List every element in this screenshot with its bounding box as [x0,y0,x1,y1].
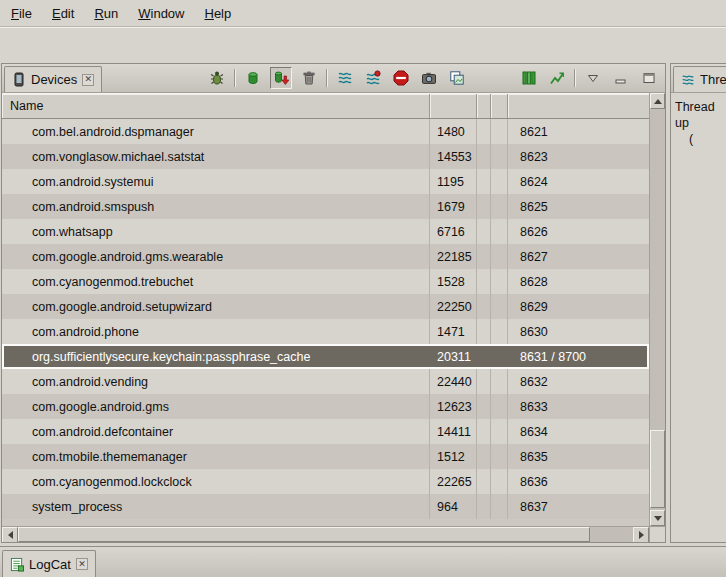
tab-devices[interactable]: Devices ✕ [4,66,102,92]
devices-panel: Devices ✕ [1,63,666,543]
toolbar-separator [234,69,236,87]
process-pid: 1512 [430,444,477,469]
table-row[interactable]: org.sufficientlysecure.keychain:passphra… [2,344,649,369]
view-menu-icon[interactable] [582,67,604,89]
column-header-port[interactable] [508,94,649,118]
minimize-icon[interactable] [610,67,632,89]
heap-indicator-cell [477,319,491,344]
column-header-threads[interactable] [491,94,508,118]
heap-indicator-cell [477,219,491,244]
table-row[interactable]: com.google.android.gms 12623 8633 [2,394,649,419]
column-header-name[interactable]: Name [2,94,430,118]
process-name: org.sufficientlysecure.keychain:passphra… [2,344,430,369]
column-header-heap[interactable] [477,94,491,118]
process-name: system_process [2,494,430,519]
table-row[interactable]: com.tmobile.thememanager 1512 8635 [2,444,649,469]
process-name: com.cyanogenmod.trebuchet [2,269,430,294]
menubar: File Edit Run Window Help [0,0,726,26]
table-row[interactable]: com.cyanogenmod.lockclock 22265 8636 [2,469,649,494]
heap-indicator-cell [477,169,491,194]
device-table: Name com.bel.android.dspmanager 1480 862… [2,93,665,526]
process-name: com.whatsapp [2,219,430,244]
menu-help[interactable]: Help [195,3,240,24]
table-row[interactable]: com.cyanogenmod.trebuchet 1528 8628 [2,269,649,294]
start-method-profiling-icon[interactable] [362,67,384,89]
thread-indicator-cell [491,269,508,294]
heap-indicator-cell [477,419,491,444]
table-row[interactable]: com.android.defcontainer 14411 8634 [2,419,649,444]
sysinfo-graph-icon[interactable] [546,67,568,89]
update-threads-icon[interactable] [334,67,356,89]
tab-threads[interactable]: Threads [673,66,726,92]
process-port: 8632 [508,369,649,394]
ddms-window: { "menubar": { "items": [ { "label": "Fi… [0,0,726,577]
table-row[interactable]: com.whatsapp 6716 8626 [2,219,649,244]
process-port: 8633 [508,394,649,419]
close-icon[interactable]: ✕ [82,74,94,86]
tab-logcat[interactable]: LogCat ✕ [2,550,96,577]
vertical-scroll-thumb[interactable] [650,430,665,508]
vertical-scroll-track[interactable] [650,109,665,510]
table-row[interactable]: system_process 964 8637 [2,494,649,519]
thread-indicator-cell [491,444,508,469]
logcat-bar: LogCat ✕ [0,546,726,577]
menu-window[interactable]: Window [129,3,193,24]
table-header: Name [2,93,649,119]
process-port: 8636 [508,469,649,494]
thread-indicator-cell [491,469,508,494]
menu-edit[interactable]: Edit [43,3,83,24]
scroll-left-button[interactable] [2,527,18,543]
stop-process-icon[interactable] [390,67,412,89]
horizontal-scroll-track[interactable] [590,527,633,542]
table-row[interactable]: com.android.phone 1471 8630 [2,319,649,344]
process-name: com.android.smspush [2,194,430,219]
horizontal-scrollbar[interactable] [2,527,649,542]
table-row[interactable]: com.android.smspush 1679 8625 [2,194,649,219]
heap-indicator-cell [477,294,491,319]
vertical-scrollbar[interactable] [649,93,665,526]
tab-threads-label: Threads [700,72,726,87]
screenshot-gallery-icon[interactable] [446,67,468,89]
process-pid: 964 [430,494,477,519]
close-icon[interactable]: ✕ [76,558,88,570]
process-port: 8635 [508,444,649,469]
menu-file[interactable]: File [2,3,41,24]
process-pid: 1471 [430,319,477,344]
heap-indicator-cell [477,344,491,369]
process-name: com.vonglasow.michael.satstat [2,144,430,169]
devices-toolbar [206,67,665,89]
table-row[interactable]: com.android.vending 22440 8632 [2,369,649,394]
scroll-right-button[interactable] [633,527,649,543]
main-area: Devices ✕ [0,62,726,543]
process-port: 8621 [508,119,649,144]
screen-capture-icon[interactable] [418,67,440,89]
thread-indicator-cell [491,319,508,344]
table-row[interactable]: com.google.android.setupwizard 22250 862… [2,294,649,319]
process-port: 8627 [508,244,649,269]
thread-indicator-cell [491,244,508,269]
horizontal-scroll-thumb[interactable] [18,527,590,542]
scroll-down-button[interactable] [650,510,665,526]
table-row[interactable]: com.google.android.gms.wearable 22185 86… [2,244,649,269]
table-row[interactable]: com.android.systemui 1195 8624 [2,169,649,194]
table-row[interactable]: com.vonglasow.michael.satstat 14553 8623 [2,144,649,169]
threads-message-line1: Thread up [675,99,722,131]
process-port: 8625 [508,194,649,219]
menu-run[interactable]: Run [85,3,127,24]
debug-icon[interactable] [206,67,228,89]
process-name: com.google.android.gms.wearable [2,244,430,269]
column-header-pid[interactable] [430,94,477,118]
device-table-body: com.bel.android.dspmanager 1480 8621 com… [2,119,649,526]
heap-indicator-cell [477,444,491,469]
scroll-up-button[interactable] [650,93,665,109]
dump-hprof-icon[interactable] [270,67,292,89]
maximize-icon[interactable] [638,67,660,89]
devices-tab-bar: Devices ✕ [2,64,665,93]
cause-gc-icon[interactable] [298,67,320,89]
device-icon [12,72,26,87]
table-row[interactable]: com.bel.android.dspmanager 1480 8621 [2,119,649,144]
heap-indicator-cell [477,144,491,169]
hierarchy-view-icon[interactable] [518,67,540,89]
update-heap-icon[interactable] [242,67,264,89]
thread-indicator-cell [491,219,508,244]
